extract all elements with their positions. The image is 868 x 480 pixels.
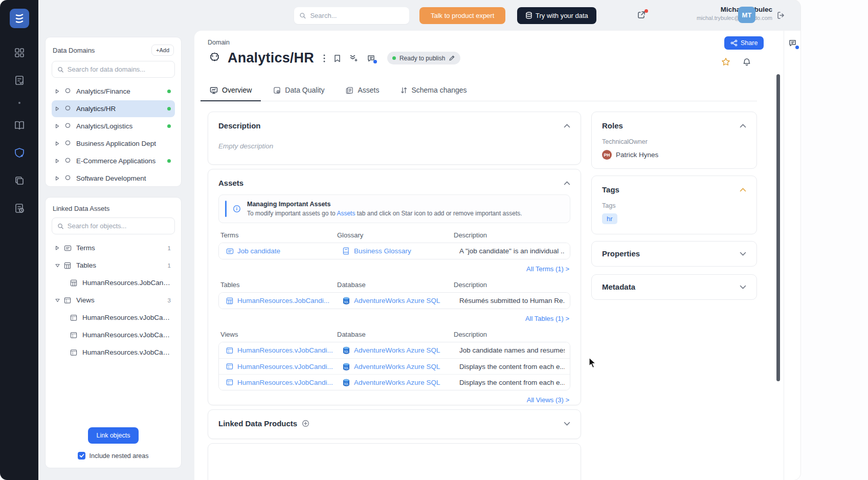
- right-icon-rail: [784, 31, 800, 480]
- asset-name-link[interactable]: HumanResources.vJobCandi...: [221, 379, 338, 386]
- talk-to-expert-button[interactable]: Talk to product expert: [419, 7, 505, 24]
- asset-tree-child[interactable]: HumanResources.JobCand...: [52, 274, 175, 291]
- user-block[interactable]: Michał Trybulec michal.trybulec@dataedo.…: [665, 6, 772, 21]
- table-row[interactable]: HumanResources.vJobCandi...SQLAdventureW…: [219, 374, 570, 390]
- table-row[interactable]: HumanResources.vJobCandi...SQLAdventureW…: [219, 342, 570, 358]
- domain-item[interactable]: Business Application Dept: [52, 135, 175, 152]
- table-row[interactable]: HumanResources.JobCandi...SQLAdventureWo…: [219, 293, 570, 309]
- collapse-chevron-icon[interactable]: [740, 188, 746, 192]
- expand-chevron-icon[interactable]: [564, 422, 570, 426]
- tab-schema-changes[interactable]: Schema changes: [398, 81, 469, 101]
- assets-tab-link[interactable]: Assets: [337, 210, 355, 217]
- comments-icon[interactable]: [367, 54, 375, 62]
- caret-right-icon[interactable]: [55, 124, 60, 128]
- caret-down-icon[interactable]: [55, 298, 60, 302]
- dataedo-logo-icon: [14, 13, 25, 24]
- expand-chevron-icon[interactable]: [740, 285, 746, 289]
- avatar[interactable]: MT: [738, 7, 755, 23]
- notifications-bell-icon[interactable]: [743, 58, 751, 67]
- asset-name-link[interactable]: HumanResources.vJobCandi...: [221, 363, 338, 370]
- table-row[interactable]: Job candidateBusiness GlossaryA "job can…: [219, 243, 570, 259]
- tab-label: Assets: [358, 86, 379, 94]
- try-with-data-button[interactable]: Try with your data: [517, 7, 596, 24]
- domain-item[interactable]: Analytics/Logistics: [52, 118, 175, 135]
- logout-icon[interactable]: [776, 11, 786, 20]
- add-domain-button[interactable]: +Add: [151, 45, 174, 56]
- scrollbar-thumb[interactable]: [776, 74, 780, 381]
- objects-search[interactable]: [52, 217, 175, 234]
- more-menu-icon[interactable]: [323, 54, 325, 62]
- asset-name-link[interactable]: HumanResources.JobCandi...: [221, 297, 338, 304]
- favorite-star-icon[interactable]: [721, 57, 730, 67]
- collapse-chevron-icon[interactable]: [564, 181, 570, 185]
- table-row[interactable]: HumanResources.vJobCandi...SQLAdventureW…: [219, 358, 570, 374]
- global-search-input[interactable]: [310, 12, 404, 19]
- expand-chevron-icon[interactable]: [740, 252, 746, 256]
- asset-description: A "job candidate" is an individual ...: [454, 247, 565, 255]
- all-items-link[interactable]: All Views (3) >: [218, 390, 570, 404]
- collapse-chevron-icon[interactable]: [740, 124, 746, 128]
- app-logo[interactable]: [10, 9, 29, 28]
- asset-tree-child[interactable]: HumanResources.vJobCan...: [52, 309, 175, 326]
- tab-overview[interactable]: Overview: [208, 81, 254, 101]
- catalog-icon[interactable]: [13, 74, 26, 86]
- domain-icon: [64, 122, 72, 130]
- asset-middle-link[interactable]: SQLAdventureWorks Azure SQL: [338, 297, 454, 304]
- domain-search[interactable]: [52, 61, 175, 78]
- asset-middle-link[interactable]: Business Glossary: [338, 247, 454, 255]
- dashboard-icon[interactable]: [13, 47, 26, 59]
- collapse-chevron-icon[interactable]: [564, 124, 570, 128]
- domain-item[interactable]: Analytics/Finance: [52, 83, 175, 100]
- asset-middle-link[interactable]: SQLAdventureWorks Azure SQL: [338, 379, 454, 386]
- caret-right-icon[interactable]: [55, 106, 60, 111]
- include-nested-checkbox[interactable]: Include nested areas: [78, 452, 148, 460]
- glossary-icon[interactable]: [13, 119, 26, 132]
- checkbox-checked-icon[interactable]: [78, 452, 85, 460]
- status-badge[interactable]: Ready to publish: [387, 52, 460, 64]
- link-objects-button[interactable]: Link objects: [88, 427, 138, 444]
- asset-middle-link[interactable]: SQLAdventureWorks Azure SQL: [338, 346, 454, 354]
- asset-tree-label: Terms: [76, 244, 164, 252]
- asset-tree-child[interactable]: HumanResources.vJobCan...: [52, 326, 175, 343]
- domain-item[interactable]: Analytics/HR: [52, 100, 175, 117]
- asset-name-link[interactable]: HumanResources.vJobCandi...: [221, 346, 338, 354]
- follow-icon[interactable]: [349, 54, 358, 62]
- tag-chip[interactable]: hr: [602, 213, 617, 224]
- all-items-link[interactable]: All Terms (1) >: [218, 259, 570, 273]
- bookmark-icon[interactable]: [334, 54, 341, 62]
- asset-tree-node[interactable]: Tables1: [52, 257, 175, 274]
- asset-tree-node[interactable]: Views3: [52, 292, 175, 309]
- share-icon: [730, 39, 738, 47]
- share-button[interactable]: Share: [724, 36, 764, 50]
- description-title: Description: [218, 121, 261, 130]
- caret-down-icon[interactable]: [55, 264, 60, 268]
- domain-item-label: Analytics/Logistics: [76, 122, 163, 130]
- collections-icon[interactable]: [13, 174, 26, 187]
- comments-sidebar-icon[interactable]: [788, 39, 797, 48]
- tab-assets[interactable]: Assets: [344, 81, 381, 101]
- asset-name-link[interactable]: Job candidate: [221, 247, 338, 255]
- asset-tree-child[interactable]: HumanResources.vJobCan...: [52, 344, 175, 361]
- caret-right-icon[interactable]: [55, 246, 60, 250]
- domain-item[interactable]: E-Commerce Applications: [52, 152, 175, 169]
- caret-right-icon[interactable]: [55, 141, 60, 146]
- share-notification-icon[interactable]: [637, 10, 647, 20]
- caret-right-icon[interactable]: [55, 159, 60, 163]
- asset-tree-node[interactable]: Terms1: [52, 239, 175, 256]
- caret-right-icon[interactable]: [55, 176, 60, 181]
- objects-search-input[interactable]: [68, 222, 169, 230]
- domain-search-input[interactable]: [68, 66, 169, 73]
- topbar: Talk to product expert Try with your dat…: [38, 0, 800, 31]
- audit-icon[interactable]: [13, 202, 26, 214]
- asset-description: Displays the content from each e...: [454, 379, 565, 386]
- caret-right-icon[interactable]: [55, 89, 60, 94]
- domain-item[interactable]: Software Development: [52, 170, 175, 187]
- global-search[interactable]: [294, 7, 409, 24]
- domains-icon[interactable]: [13, 147, 26, 159]
- add-circle-icon[interactable]: [302, 420, 309, 427]
- asset-middle-link[interactable]: SQLAdventureWorks Azure SQL: [338, 363, 454, 370]
- tab-data-quality[interactable]: Data Quality: [271, 81, 326, 101]
- all-items-link[interactable]: All Tables (1) >: [218, 309, 570, 322]
- data-domains-title: Data Domains: [53, 47, 95, 54]
- role-person[interactable]: PH Patrick Hynes: [602, 150, 746, 160]
